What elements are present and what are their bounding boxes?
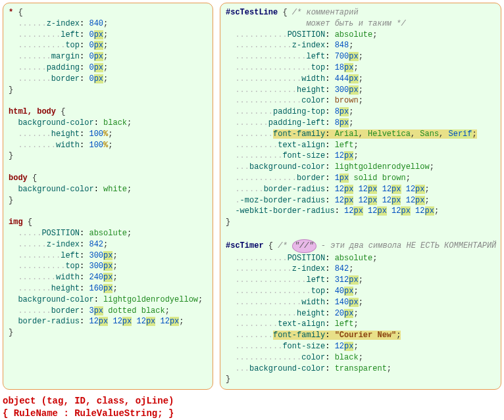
syntax-explanation: object (tag, ID, class, ojLine) { RuleNa…	[3, 395, 501, 420]
css-panel-left: * { ......z-index: 840; .........left: 0…	[3, 3, 213, 390]
code-panels: * { ......z-index: 840; .........left: 0…	[3, 3, 501, 390]
syntax-line-2: { RuleName : RuleValueString; }	[3, 408, 174, 419]
syntax-line-1: object (tag, ID, class, ojLine)	[3, 396, 174, 406]
css-panel-right: #scTestLine { /* комментарий может быть …	[220, 3, 501, 390]
